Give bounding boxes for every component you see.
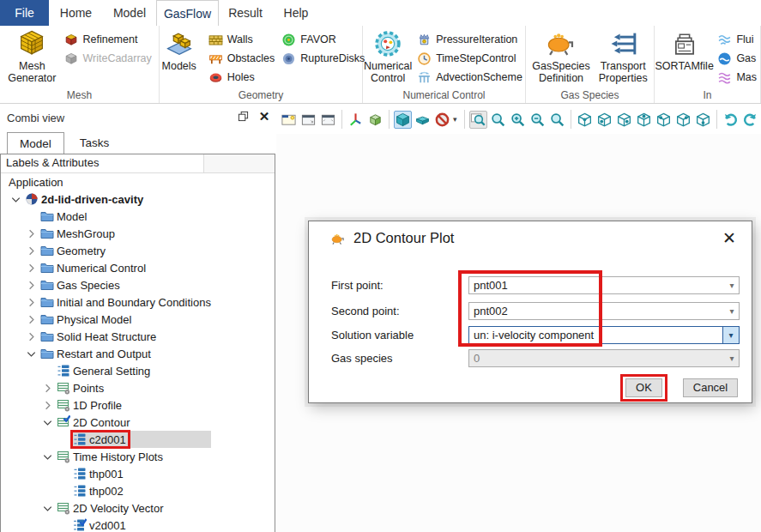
tree-item-label: General Setting: [73, 365, 150, 378]
view-cube-6-icon[interactable]: [674, 111, 692, 129]
chevron-right-icon[interactable]: [25, 330, 38, 343]
tree-item-solid-heat-structure[interactable]: Solid Heat Structure: [1, 328, 275, 345]
ribbon-button-mesh-generator[interactable]: MeshGenerator: [3, 28, 60, 84]
ribbon-tab-help[interactable]: Help: [272, 0, 320, 26]
ribbon-tab-result[interactable]: Result: [219, 0, 272, 26]
ribbon-button-refinement[interactable]: Refinement: [60, 30, 154, 49]
ribbon-button-rupturedisks[interactable]: RuptureDisks: [278, 49, 368, 68]
view-cube-3-icon[interactable]: [615, 111, 633, 129]
ribbon-button-flui[interactable]: Flui: [714, 30, 760, 49]
ribbon-button-obstacles[interactable]: Obstacles: [205, 49, 279, 68]
view-cube-7-icon[interactable]: [694, 111, 712, 129]
tree-item-2d-contour[interactable]: 2D Contour: [1, 414, 275, 431]
ribbon-button-timestepcontrol[interactable]: TimeStepControl: [414, 49, 526, 68]
ribbon-button-pressureiteration[interactable]: PressureIteration: [414, 30, 526, 49]
ribbon-button-label: Obstacles: [227, 52, 275, 64]
chevron-right-icon[interactable]: [25, 279, 38, 292]
ribbon-button-gasspecies-definition[interactable]: GasSpeciesDefinition: [528, 28, 594, 84]
tree-item-label: Restart and Output: [57, 348, 151, 360]
zoom-window-icon[interactable]: [469, 111, 487, 129]
ribbon-button-numerical-control[interactable]: NumericalControl: [362, 28, 414, 84]
cancel-button[interactable]: Cancel: [683, 378, 738, 397]
magnifier-icon[interactable]: [489, 111, 507, 129]
ribbon-button-transport-properties[interactable]: TransportProperties: [595, 28, 652, 84]
ribbon-button-models[interactable]: Models: [154, 28, 205, 72]
magnifier-icon[interactable]: [548, 111, 566, 129]
window-new-icon[interactable]: [280, 111, 298, 129]
close-panel-icon[interactable]: ✕: [257, 109, 271, 123]
ribbon-button-walls[interactable]: Walls: [205, 30, 279, 49]
zoom-out-icon[interactable]: [528, 111, 547, 129]
window-cascade-icon[interactable]: [299, 111, 317, 129]
tree-item-points[interactable]: Points: [1, 379, 275, 396]
tree-item-c2d001[interactable]: c2d001: [1, 431, 275, 448]
dialog-close-icon[interactable]: ✕: [722, 228, 736, 248]
chevron-right-icon[interactable]: [41, 382, 54, 395]
view-cube-2-icon[interactable]: [595, 111, 613, 129]
chevron-down-icon[interactable]: [25, 348, 38, 360]
ribbon-button-advectionscheme[interactable]: AdvectionScheme: [414, 68, 526, 87]
ribbon-tab-gasflow[interactable]: GasFlow: [156, 0, 219, 27]
chevron-right-icon[interactable]: [25, 262, 38, 275]
tree-item-physical-model[interactable]: Physical Model: [1, 311, 275, 328]
zoom-in-icon[interactable]: [509, 111, 527, 129]
chevron-down-icon[interactable]: [41, 502, 54, 515]
cube-wedge-icon[interactable]: [414, 111, 432, 129]
chevron-right-icon[interactable]: [25, 245, 38, 257]
chevron-right-icon[interactable]: [25, 227, 38, 240]
view-cube-1-icon[interactable]: [576, 111, 594, 129]
tree-item-meshgroup[interactable]: MeshGroup: [1, 225, 275, 242]
tree-item-restart-and-output[interactable]: Restart and Output: [1, 345, 275, 362]
tree-item-thp002[interactable]: thp002: [1, 482, 275, 499]
tree-item-2d-lid-driven-cavity[interactable]: 2d-lid-driven-cavity: [1, 190, 275, 208]
dropdown-caret-icon[interactable]: ▾: [725, 303, 739, 319]
panel-tab-model[interactable]: Model: [7, 132, 64, 154]
tree-item-v2d001[interactable]: v2d001: [1, 517, 275, 532]
ribbon-button-gas[interactable]: Gas: [714, 49, 760, 68]
chevron-down-icon[interactable]: [9, 193, 22, 206]
ribbon-button-holes[interactable]: Holes: [205, 68, 279, 87]
panel-tab-tasks[interactable]: Tasks: [68, 132, 122, 154]
tree-item-general-setting[interactable]: General Setting: [1, 362, 275, 379]
ok-button[interactable]: OK: [625, 378, 662, 397]
tree-item-application[interactable]: Application: [1, 173, 275, 190]
tree-item-gas-species[interactable]: Gas Species: [1, 276, 275, 293]
ribbon-tab-home[interactable]: Home: [49, 0, 103, 26]
ribbon-button-mas[interactable]: Mas: [714, 68, 760, 87]
chevron-right-icon[interactable]: [25, 313, 38, 326]
view-cube-4-icon[interactable]: [635, 111, 653, 129]
chevron-down-icon[interactable]: [41, 416, 54, 429]
ribbon-button-label: NumericalControl: [364, 60, 412, 84]
chevron-right-icon[interactable]: [25, 296, 38, 309]
chevron-down-icon[interactable]: [41, 450, 54, 463]
tree-item-1d-profile[interactable]: 1D Profile: [1, 396, 275, 414]
dropdown-solution-variable[interactable]: un: i-velocity component▾: [468, 326, 740, 344]
tree-item-time-history-plots[interactable]: Time History Plots: [1, 448, 275, 465]
dropdown-second-point-[interactable]: pnt002▾: [468, 302, 740, 320]
chevron-right-icon[interactable]: [41, 399, 54, 412]
ribbon-button-favor[interactable]: FAVOR: [278, 30, 368, 49]
dropdown-caret-icon[interactable]: ▾: [453, 115, 460, 124]
tree-item-numerical-control[interactable]: Numerical Control: [1, 259, 275, 276]
ribbon-button-sortamfile[interactable]: SORTAMfile: [655, 28, 714, 72]
tree-item-thp001[interactable]: thp001: [1, 465, 275, 482]
window-tile-icon[interactable]: [319, 111, 337, 129]
tree-item-2d-velocity-vector[interactable]: 2D Velocity Vector: [1, 499, 275, 517]
ribbon-tab-file[interactable]: File: [0, 0, 49, 26]
ribbon-tab-model[interactable]: Model: [103, 0, 156, 26]
axes-triad-icon[interactable]: [347, 111, 365, 129]
tree-item-initial-and-boundary-conditions[interactable]: Initial and Boundary Conditions: [1, 293, 275, 311]
view-cube-5-icon[interactable]: [655, 111, 673, 129]
cube-solid-icon[interactable]: [394, 111, 412, 129]
tree-item-model[interactable]: Model: [1, 208, 275, 225]
tree-item-geometry[interactable]: Geometry: [1, 242, 275, 259]
green-box-icon[interactable]: [366, 111, 384, 129]
dropdown-first-point-[interactable]: pnt001▾: [468, 276, 740, 294]
float-panel-icon[interactable]: [236, 109, 250, 123]
no-entry-icon[interactable]: [433, 111, 451, 129]
toolbar-separator: [571, 110, 571, 129]
dropdown-caret-icon[interactable]: ▾: [725, 277, 739, 293]
dropdown-caret-icon[interactable]: ▾: [722, 327, 739, 343]
redo-arrow-icon[interactable]: [741, 111, 759, 129]
undo-arrow-icon[interactable]: [722, 111, 740, 129]
